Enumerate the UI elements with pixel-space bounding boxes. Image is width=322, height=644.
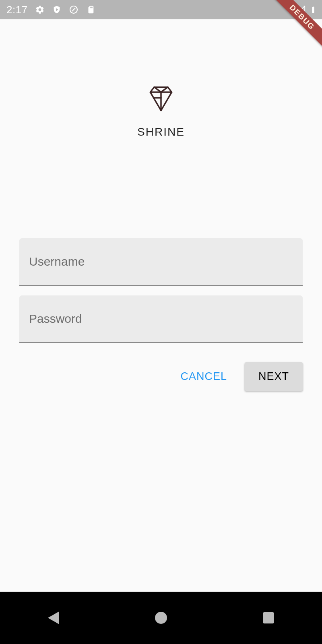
logo-block: SHRINE <box>19 84 303 138</box>
status-time: 2:17 <box>6 4 28 16</box>
password-field[interactable] <box>19 295 303 343</box>
battery-full-icon <box>308 5 318 14</box>
login-form: CANCEL NEXT <box>19 238 303 391</box>
cancel-button[interactable]: CANCEL <box>175 362 232 391</box>
android-status-bar: 2:17 <box>0 0 322 19</box>
android-navigation-bar <box>0 592 322 644</box>
sd-card-icon <box>86 5 95 14</box>
shrine-diamond-logo-icon <box>147 84 175 114</box>
app-title: SHRINE <box>137 126 185 138</box>
button-bar: CANCEL NEXT <box>19 362 303 391</box>
status-left: 2:17 <box>6 4 95 16</box>
circle-home-icon <box>155 612 167 624</box>
nav-home-button[interactable] <box>153 610 169 626</box>
triangle-back-icon <box>48 611 59 624</box>
play-protect-icon <box>52 5 62 14</box>
square-recent-icon <box>263 612 274 623</box>
settings-gear-icon <box>35 5 45 14</box>
nav-back-button[interactable] <box>45 610 62 626</box>
nav-recent-button[interactable] <box>260 610 277 626</box>
no-data-saver-icon <box>69 5 78 14</box>
next-button[interactable]: NEXT <box>245 362 303 391</box>
username-field[interactable] <box>19 238 303 286</box>
login-screen: SHRINE CANCEL NEXT <box>0 19 322 592</box>
